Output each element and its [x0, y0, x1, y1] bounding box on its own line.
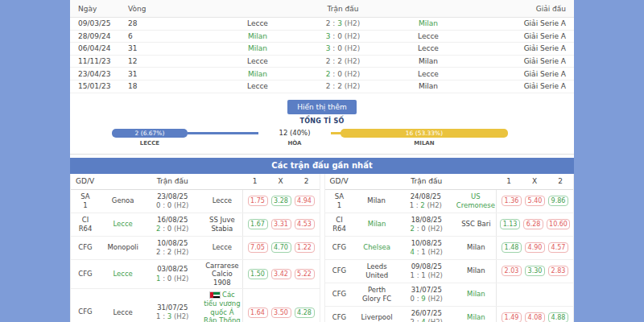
total-score-bar: 2 (6.67%) 12 (40%) 16 (53.33%) LECCE HÒA…	[70, 127, 574, 150]
match-score: 2 : 0 (H2)	[411, 225, 443, 233]
h2h-table: Ngày Vòng Trận đấu Giải đấu 09/03/2528Le…	[70, 0, 574, 93]
odds-value[interactable]: 9.86	[548, 196, 568, 206]
odds-value[interactable]: 5.22	[295, 269, 315, 279]
match-score: 2 : 0 (H2)	[156, 225, 188, 233]
match-date: 28/09/24	[70, 32, 128, 40]
score-line: 4 : 1 (H2)	[397, 248, 456, 257]
show-more-button[interactable]: Hiển thị thêm	[287, 100, 357, 114]
date-score-cell: 09/08/251 : 1 (H2)	[397, 262, 456, 280]
match-date: 09/08/25	[397, 262, 456, 271]
match-round: 6	[128, 32, 208, 40]
score-cell: 2 : 3 (H2)	[307, 19, 379, 27]
odds-value[interactable]: 3.31	[271, 219, 291, 229]
odds-value[interactable]: 3.42	[271, 269, 291, 279]
odds-col-headers: 1 X 2	[496, 177, 573, 185]
date-score-cell: 18/08/252 : 0 (H2)	[397, 216, 456, 233]
col-header-match: Trận đấu	[357, 177, 497, 185]
uae-flag-icon	[209, 291, 221, 299]
match-date: 31/07/25	[397, 286, 456, 295]
odds-value[interactable]: 1.13	[500, 219, 520, 229]
recent-match-row: CFGLecce31/07/251 : 3 (H2)Các tiểu vương…	[71, 289, 320, 322]
home-team: Perth Glory FC	[357, 284, 397, 304]
away-team: SS Juve Stabia	[202, 214, 242, 234]
match-date: 10/08/25	[142, 239, 202, 248]
milan-bar-label: MILAN	[341, 140, 508, 147]
lecce-bar-line	[188, 132, 258, 134]
date-score-cell: 16/08/252 : 0 (H2)	[142, 216, 202, 233]
odds-value[interactable]: 4.53	[295, 219, 315, 229]
odds-value[interactable]: 7.05	[248, 242, 268, 253]
odds-value[interactable]: 3.50	[271, 308, 291, 318]
odds-value[interactable]: 1.75	[248, 196, 268, 206]
away-team: Lecce	[202, 195, 242, 207]
odds-value[interactable]: 1.22	[295, 242, 315, 253]
odds-value[interactable]: 3.28	[271, 196, 291, 206]
home-team: Lecce	[208, 57, 307, 65]
away-team: Carrarese Calcio 1908	[202, 260, 242, 289]
recent-match-row: CFGLiverpool26/07/252 : 4 (H2)Milan1.494…	[325, 307, 574, 322]
lecce-bar-label: LECCE	[112, 140, 188, 147]
date-score-cell: 10/08/252 : 2 (H2)	[142, 239, 202, 257]
odds-value[interactable]: 10.60	[547, 219, 570, 229]
odds-value[interactable]: 5.40	[525, 196, 545, 206]
home-team: Milan	[357, 218, 397, 230]
match-round: 31	[128, 44, 208, 52]
odds-value[interactable]: 1.48	[502, 242, 522, 253]
match-league: Giải Serie A	[477, 32, 574, 40]
milan-bar-segment: 16 (53.33%)	[341, 129, 508, 138]
odds-value[interactable]: 4.08	[525, 312, 545, 322]
match-round: 18	[128, 82, 208, 90]
col-header-gdv: GD/V	[325, 177, 357, 185]
away-team: Milan	[379, 82, 477, 90]
odds-cell: 1.643.504.28	[242, 289, 320, 322]
odds-value[interactable]: 2.83	[548, 266, 568, 276]
odds-value[interactable]: 6.28	[523, 219, 543, 229]
score-line: 2 : 2 (H2)	[142, 248, 202, 257]
home-team: Milan	[208, 32, 307, 40]
match-league: Giải Serie A	[477, 44, 574, 52]
match-date: 18/08/25	[397, 216, 456, 225]
match-competition: CFG	[325, 313, 357, 322]
home-team: Genoa	[103, 195, 142, 207]
draw-count: 12 (40%)	[258, 129, 331, 137]
match-score: 3 : 0 (H2)	[326, 32, 361, 40]
odds-value[interactable]: 1.36	[502, 196, 522, 206]
match-score: 1 : 2 (H2)	[410, 201, 442, 209]
show-more-row: Hiển thị thêm	[70, 97, 574, 114]
odds-value[interactable]: 4.88	[548, 312, 568, 322]
col-header-match: Trận đấu	[208, 5, 477, 13]
odds-value[interactable]: 4.57	[548, 242, 568, 253]
match-score: 4 : 1 (H2)	[411, 248, 443, 256]
h2h-table-header: Ngày Vòng Trận đấu Giải đấu	[70, 0, 574, 18]
lecce-table-header: GD/V Trận đấu 1 X 2	[71, 174, 320, 190]
away-team: US Cremonese	[456, 191, 496, 211]
odds-value[interactable]: 4.28	[295, 308, 315, 318]
home-team: Milan	[208, 44, 307, 52]
match-date: 31/07/25	[142, 303, 202, 312]
match-score: 2 : 2 (H2)	[326, 57, 361, 65]
odds-value[interactable]: 4.90	[525, 242, 545, 253]
odds-value[interactable]: 2.03	[502, 266, 522, 276]
odds-value[interactable]: 1.64	[248, 308, 268, 318]
match-competition: SA1	[71, 192, 103, 210]
odds-cell	[496, 283, 573, 306]
odds-value[interactable]: 1.50	[248, 269, 268, 279]
score-line: 1 : 1 (H2)	[397, 271, 456, 280]
home-team: Liverpool	[357, 312, 397, 322]
odds-value[interactable]: 4.70	[271, 242, 291, 253]
odds-value[interactable]: 4.94	[295, 196, 315, 206]
match-date: 09/03/25	[70, 19, 128, 27]
odds-value[interactable]: 1.67	[248, 219, 268, 229]
match-date: 23/04/23	[70, 70, 128, 78]
score-cell: 3 : 0 (H2)	[307, 32, 379, 40]
odds-value[interactable]: 3.30	[525, 266, 545, 276]
home-team: Chelsea	[357, 242, 397, 254]
odds-cell: 1.136.2810.60	[496, 213, 573, 236]
lecce-recent-table: GD/V Trận đấu 1 X 2 SA1Genoa23/08/250 : …	[70, 174, 320, 322]
home-team: Lecce	[103, 218, 142, 230]
home-team: Lecce	[103, 268, 142, 280]
odds-cell: 1.753.284.94	[242, 190, 320, 213]
col-header-2: 2	[294, 177, 320, 185]
match-competition: CIR64	[325, 216, 357, 233]
odds-value[interactable]: 1.49	[502, 312, 522, 322]
